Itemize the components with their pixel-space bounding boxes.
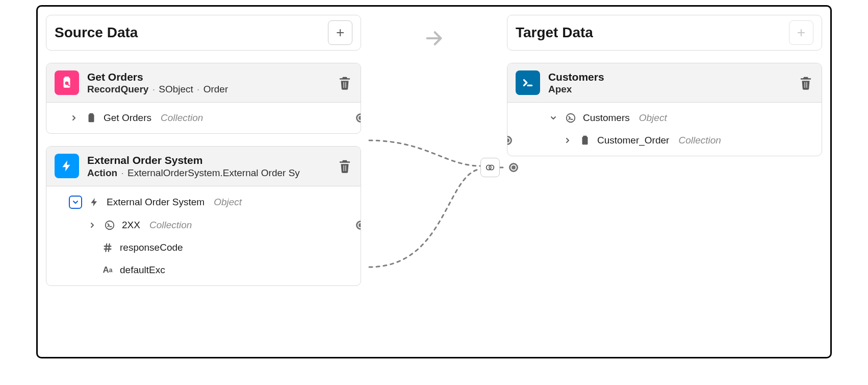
expanded-check-icon[interactable] (69, 196, 82, 209)
row-label: Get Orders (104, 112, 151, 124)
svg-rect-20 (583, 136, 586, 138)
svg-line-14 (109, 244, 110, 251)
bolt-icon (88, 196, 100, 208)
delete-button[interactable] (798, 74, 813, 91)
card-title: Get Orders (87, 70, 329, 84)
svg-rect-19 (582, 137, 588, 145)
row-label: Customers (583, 112, 630, 124)
row-type: Collection (149, 220, 192, 231)
tree-row-get-orders[interactable]: Get Orders Collection (46, 107, 361, 129)
apex-icon (516, 70, 540, 95)
delete-button[interactable] (337, 157, 352, 175)
card-customers: Customers Apex (507, 63, 822, 156)
source-title: Source Data (55, 25, 138, 41)
terminal-icon (104, 219, 116, 231)
card-title: Customers (548, 70, 790, 84)
source-column: Source Data + Get Orders RecordQuery · S… (46, 15, 361, 286)
card-subtitle: Apex (548, 84, 790, 95)
row-type: Object (639, 112, 667, 124)
tree-row-customers-root[interactable]: Customers Object (507, 107, 822, 129)
card-title: External Order System (87, 154, 329, 167)
tree-row-customer-order[interactable]: Customer_Order Collection (507, 129, 822, 152)
text-icon: Aa (101, 264, 114, 276)
chevron-down-icon[interactable] (548, 114, 558, 122)
chevron-right-icon[interactable] (563, 136, 573, 145)
action-icon (55, 154, 79, 178)
input-port[interactable] (507, 136, 512, 145)
target-column: Target Data + Customers Apex (507, 15, 822, 156)
chevron-right-icon[interactable] (87, 221, 97, 229)
card-head-ext-order: External Order System Action · ExternalO… (46, 147, 361, 186)
tree-row-defaultexc[interactable]: Aa defaultExc (46, 259, 361, 281)
merge-node[interactable] (480, 158, 500, 177)
svg-rect-7 (89, 114, 94, 123)
clipboard-icon (85, 112, 97, 124)
direction-arrow (390, 15, 478, 49)
row-type: Collection (161, 112, 203, 124)
add-source-button[interactable]: + (328, 20, 352, 45)
output-port[interactable] (356, 221, 361, 230)
svg-rect-4 (65, 77, 69, 79)
row-label: Customer_Order (597, 135, 670, 146)
delete-button[interactable] (337, 74, 352, 91)
plus-icon: + (797, 25, 805, 41)
svg-rect-8 (89, 113, 93, 115)
arrow-right-icon (424, 28, 444, 49)
card-get-orders: Get Orders RecordQuery · SObject · Order (46, 63, 361, 134)
target-title: Target Data (516, 25, 593, 41)
merge-out-port[interactable] (509, 163, 518, 172)
card-head-get-orders: Get Orders RecordQuery · SObject · Order (46, 63, 361, 103)
hash-icon (101, 242, 114, 254)
svg-line-13 (106, 244, 107, 251)
tree-row-2xx[interactable]: 2XX Collection (46, 214, 361, 236)
terminal-icon (565, 112, 577, 124)
target-header: Target Data + (507, 15, 822, 51)
tree-row-ext-root[interactable]: External Order System Object (46, 190, 361, 214)
plus-icon: + (336, 25, 344, 41)
row-label: 2XX (122, 220, 140, 231)
row-label: External Order System (107, 197, 205, 208)
source-header: Source Data + (46, 15, 361, 51)
row-type: Object (214, 197, 242, 208)
card-external-order-system: External Order System Action · ExternalO… (46, 146, 361, 285)
row-label: responseCode (120, 242, 183, 253)
record-query-icon (55, 70, 79, 95)
row-type: Collection (678, 135, 721, 146)
clipboard-icon (579, 134, 591, 147)
chevron-right-icon[interactable] (69, 114, 79, 122)
row-label: defaultExc (120, 264, 165, 276)
card-subtitle: RecordQuery · SObject · Order (87, 84, 329, 95)
output-port[interactable] (356, 113, 361, 123)
add-target-button: + (789, 20, 813, 45)
card-head-customers: Customers Apex (507, 63, 822, 103)
tree-row-responsecode[interactable]: responseCode (46, 236, 361, 259)
mapping-canvas: Source Data + Get Orders RecordQuery · S… (36, 5, 832, 358)
card-subtitle: Action · ExternalOrderSystem.External Or… (87, 167, 329, 179)
